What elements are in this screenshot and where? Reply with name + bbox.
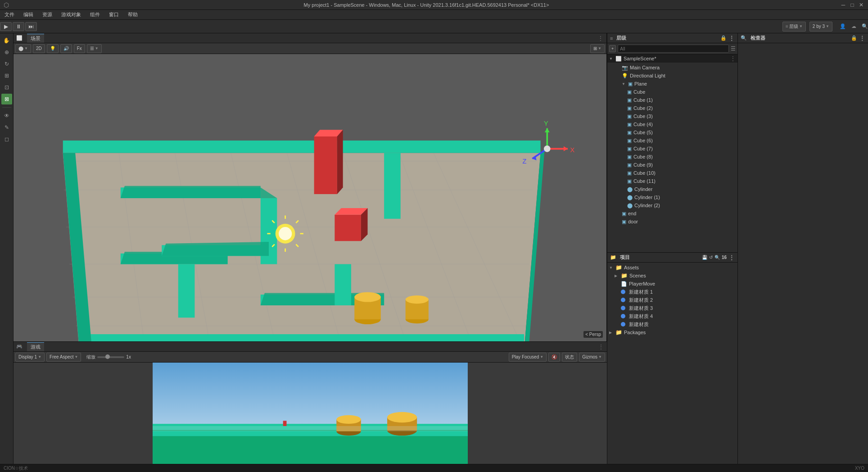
hierarchy-item-cube-2[interactable]: ▣ Cube (2) bbox=[607, 104, 737, 112]
layout-dropdown[interactable]: 2 by 3 ▼ bbox=[809, 22, 832, 32]
hierarchy-item-cube-8[interactable]: ▣ Cube (8) bbox=[607, 153, 737, 161]
hierarchy-item-cube-4[interactable]: ▣ Cube (4) bbox=[607, 120, 737, 128]
project-search-icon[interactable]: 🔍 bbox=[714, 255, 720, 260]
zoom-knob[interactable] bbox=[105, 354, 110, 359]
hierarchy-item-cube-3[interactable]: ▣ Cube (3) bbox=[607, 112, 737, 120]
project-mat5[interactable]: 新建材质 bbox=[607, 320, 737, 328]
inspector-options[interactable]: ⋮ bbox=[859, 35, 865, 42]
hierarchy-item-cylinder-2[interactable]: ⬤ Cylinder (2) bbox=[607, 201, 737, 209]
step-button[interactable]: ⏭ bbox=[25, 22, 37, 31]
scene-root[interactable]: ▼ ⬜ SampleScene* ⋮ bbox=[607, 54, 737, 63]
cloud-icon[interactable]: ☁ bbox=[851, 23, 856, 29]
fx-btn[interactable]: Fx bbox=[74, 44, 85, 53]
mat4-icon bbox=[621, 314, 625, 318]
tool-scale[interactable]: ⊞ bbox=[1, 70, 12, 81]
project-scenes-folder[interactable]: ▶ 📁 Scenes bbox=[607, 272, 737, 280]
game-viewport[interactable] bbox=[14, 363, 607, 472]
menu-component[interactable]: 组件 bbox=[88, 10, 102, 19]
menu-file[interactable]: 文件 bbox=[3, 10, 16, 19]
hierarchy-item-door[interactable]: ▣ door bbox=[607, 218, 737, 226]
hierarchy-item-plane[interactable]: ▼ ▣ Plane bbox=[607, 80, 737, 88]
menu-edit[interactable]: 编辑 bbox=[22, 10, 35, 19]
scene-res-btn[interactable]: ☰ ▼ bbox=[87, 44, 102, 53]
hierarchy-search[interactable] bbox=[618, 45, 729, 53]
project-mat2[interactable]: 新建材质 2 bbox=[607, 296, 737, 304]
close-button[interactable]: ✕ bbox=[858, 2, 864, 8]
game-panel-options[interactable]: ⋮ bbox=[598, 343, 604, 350]
hierarchy-item-cylinder[interactable]: ⬤ Cylinder bbox=[607, 185, 737, 193]
tool-eye[interactable]: 👁 bbox=[1, 110, 12, 121]
project-refresh[interactable]: ↺ bbox=[709, 255, 713, 260]
inspector-lock[interactable]: 🔒 bbox=[851, 35, 857, 41]
project-mat4[interactable]: 新建材质 4 bbox=[607, 312, 737, 320]
hierarchy-item-cube-5[interactable]: ▣ Cube (5) bbox=[607, 128, 737, 136]
project-packages-folder[interactable]: ▶ 📁 Packages bbox=[607, 328, 737, 336]
tool-hand[interactable]: ✋ bbox=[1, 35, 12, 46]
hierarchy-item-directional-light[interactable]: 💡 Directional Light bbox=[607, 72, 737, 80]
scene-options[interactable]: ⋮ bbox=[730, 55, 736, 62]
hierarchy-filter[interactable]: ☰ bbox=[731, 45, 736, 52]
hierarchy-item-cube-9[interactable]: ▣ Cube (9) bbox=[607, 161, 737, 169]
project-player-move[interactable]: 📄 PlayerMove bbox=[607, 280, 737, 288]
tool-rect[interactable]: ⊡ bbox=[1, 82, 12, 93]
tool-eraser[interactable]: ◻ bbox=[1, 134, 12, 145]
menu-help[interactable]: 帮助 bbox=[126, 10, 140, 19]
maximize-button[interactable]: □ bbox=[849, 2, 855, 8]
audio-btn[interactable]: 🔊 bbox=[60, 44, 72, 53]
game-3d-canvas bbox=[14, 363, 607, 472]
tool-transform[interactable]: ⊠ bbox=[1, 94, 12, 104]
hierarchy-add-btn[interactable]: + bbox=[609, 45, 616, 52]
hierarchy-title: 层级 bbox=[616, 35, 626, 41]
play-button[interactable]: ▶ bbox=[0, 22, 12, 31]
aspect-btn[interactable]: Free Aspect ▼ bbox=[46, 353, 81, 362]
display-btn[interactable]: Display 1 ▼ bbox=[15, 353, 45, 362]
project-save[interactable]: 💾 bbox=[702, 255, 707, 260]
project-content: ▼ 📁 Assets ▶ 📁 Scenes 📄 PlayerMove bbox=[607, 263, 737, 472]
tool-brush[interactable]: ✎ bbox=[1, 122, 12, 133]
cube4-label: Cube (4) bbox=[633, 122, 653, 127]
grid-btn[interactable]: ⊞ ▼ bbox=[590, 44, 605, 53]
search-icon[interactable]: 🔍 bbox=[862, 23, 868, 29]
draw-mode-btn[interactable]: ⬤ ▼ bbox=[15, 44, 31, 53]
project-mat3[interactable]: 新建材质 3 bbox=[607, 304, 737, 312]
hierarchy-item-cube-1[interactable]: ▣ Cube (1) bbox=[607, 96, 737, 104]
tool-move[interactable]: ⊕ bbox=[1, 47, 12, 58]
account-icon[interactable]: 👤 bbox=[840, 23, 846, 29]
menu-gameobject[interactable]: 游戏对象 bbox=[59, 10, 83, 19]
cube5-label: Cube (5) bbox=[633, 130, 653, 135]
scene-tab[interactable]: 场景 bbox=[27, 34, 44, 43]
svg-rect-70 bbox=[283, 421, 287, 426]
door-label: door bbox=[628, 219, 638, 224]
hierarchy-item-end[interactable]: ▣ end bbox=[607, 209, 737, 218]
minimize-button[interactable]: ─ bbox=[840, 2, 846, 8]
light-btn[interactable]: 💡 bbox=[47, 44, 59, 53]
hierarchy-item-cylinder-1[interactable]: ⬤ Cylinder (1) bbox=[607, 193, 737, 201]
hierarchy-item-cube-11[interactable]: ▣ Cube (11) bbox=[607, 177, 737, 185]
menu-window[interactable]: 窗口 bbox=[107, 10, 121, 19]
tool-rotate[interactable]: ↻ bbox=[1, 59, 12, 69]
project-mat1[interactable]: 新建材质 1 bbox=[607, 288, 737, 296]
game-tab[interactable]: 游戏 bbox=[27, 342, 44, 351]
project-assets-root[interactable]: ▼ 📁 Assets bbox=[607, 263, 737, 272]
zoom-slider[interactable] bbox=[97, 356, 124, 358]
hierarchy-item-main-camera[interactable]: 📷 Main Camera bbox=[607, 64, 737, 72]
scene-viewport[interactable]: X Y Z < Persp bbox=[14, 54, 606, 341]
hierarchy-item-cube[interactable]: ▣ Cube bbox=[607, 88, 737, 96]
hierarchy-item-cube-7[interactable]: ▣ Cube (7) bbox=[607, 145, 737, 153]
pause-button[interactable]: ⏸ bbox=[13, 22, 24, 31]
scene-panel-options[interactable]: ⋮ bbox=[597, 35, 604, 42]
mute-btn[interactable]: 🔇 bbox=[548, 353, 560, 362]
hierarchy-lock[interactable]: 🔒 bbox=[720, 35, 727, 41]
layers-dropdown[interactable]: ≡ 层级 ▼ bbox=[782, 22, 806, 32]
hierarchy-options[interactable]: ⋮ bbox=[728, 35, 735, 42]
layers-label: ≡ bbox=[786, 24, 788, 29]
gizmos-btn[interactable]: Gizmos ▼ bbox=[579, 353, 605, 362]
hierarchy-item-cube-10[interactable]: ▣ Cube (10) bbox=[607, 169, 737, 177]
stats-btn[interactable]: 状态 bbox=[562, 353, 577, 362]
svg-point-74 bbox=[336, 415, 361, 424]
menu-assets[interactable]: 资源 bbox=[41, 10, 54, 19]
2d-btn[interactable]: 2D bbox=[33, 44, 45, 53]
hierarchy-item-cube-6[interactable]: ▣ Cube (6) bbox=[607, 136, 737, 145]
play-focused-btn[interactable]: Play Focused ▼ bbox=[509, 353, 547, 362]
project-options[interactable]: ⋮ bbox=[728, 254, 735, 261]
